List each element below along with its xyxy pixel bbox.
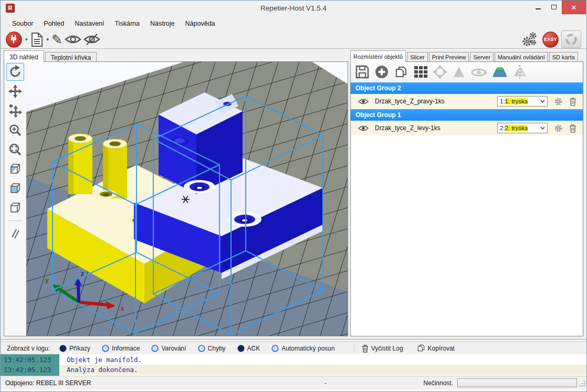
object-row[interactable]: Drzak_tyce_Z_pravy-1ks 1:1. tryska: [351, 94, 583, 109]
main-toolbar: ▾ ▾ ✎: [1, 30, 586, 49]
parallel-projection-button[interactable]: [6, 224, 24, 242]
toggle-label: Informace: [112, 345, 140, 352]
cut-object-icon: [492, 65, 508, 79]
tab-slicer[interactable]: Slicer: [407, 52, 428, 62]
isometric-view-button[interactable]: [6, 160, 24, 178]
log-filter-label: Zobrazit v logu:: [7, 345, 50, 352]
zoom-in-button[interactable]: [6, 121, 24, 139]
front-view-button[interactable]: [6, 179, 24, 197]
log-area: 13:42:05.123 Objekt je manifold. 13:42:0…: [1, 354, 586, 376]
autoposition-button[interactable]: [413, 65, 428, 79]
object-row[interactable]: Drzak_tyce_Z_levy-1ks 2:2. tryska: [351, 121, 583, 135]
toggle-ack[interactable]: ACK: [237, 345, 260, 352]
easy-mode-button[interactable]: EASY: [542, 31, 559, 48]
resize-grip-icon[interactable]: [579, 380, 585, 387]
fit-view-button[interactable]: [6, 141, 24, 158]
object-settings-button[interactable]: [554, 97, 563, 106]
zoom-in-icon: [8, 123, 22, 137]
isometric-view-icon: [8, 162, 22, 176]
printer-state: Nečinnost.: [423, 379, 453, 387]
show-filament-button[interactable]: [65, 34, 81, 45]
clear-log-label: Vyčistit Log: [371, 345, 403, 352]
hide-travel-button[interactable]: [83, 34, 100, 46]
object-delete-button[interactable]: [569, 97, 576, 106]
toggle-label: Automatický posun: [281, 345, 334, 352]
tab-teplotni-krivka[interactable]: Teplotní křivka: [45, 52, 97, 62]
minimize-button[interactable]: [530, 1, 546, 13]
extruder-select[interactable]: 2:2. tryska: [497, 123, 548, 133]
object-delete-button[interactable]: [569, 124, 576, 133]
copy-object-button[interactable]: [394, 65, 408, 79]
viewport-3d[interactable]: x y z: [26, 62, 348, 336]
toggle-automaticky-posun[interactable]: Automatický posun: [271, 345, 334, 352]
copy-log-label: Kopírovat: [428, 345, 455, 352]
printer-settings-button[interactable]: [521, 31, 538, 47]
tab-sd-karta[interactable]: SD karta: [549, 52, 578, 62]
tab-server[interactable]: Server: [470, 52, 493, 62]
gears-icon: [521, 31, 538, 47]
object-settings-button[interactable]: [554, 124, 563, 133]
menu-pohled[interactable]: Pohled: [38, 17, 69, 30]
object-group-header[interactable]: Object Group 2: [351, 82, 583, 94]
visibility-eye-icon[interactable]: [358, 98, 369, 105]
rotate-object-button[interactable]: [470, 65, 487, 79]
toggle-chyby[interactable]: Chyby: [198, 345, 226, 352]
toggle-dark-icon: [237, 345, 245, 352]
connect-dropdown-caret[interactable]: ▾: [25, 37, 28, 42]
rotate-view-icon: [8, 65, 22, 79]
gear-icon: [554, 97, 563, 106]
grid-icon: [413, 65, 428, 79]
add-icon: [374, 65, 389, 79]
object-group-header[interactable]: Object Group 1: [351, 109, 583, 121]
mirror-object-button[interactable]: [512, 65, 527, 79]
log-toolbar: Zobrazit v logu: Příkazy Informace Varov…: [1, 342, 586, 354]
axis-y-label: y: [45, 277, 49, 284]
extruder-prefix: 1:: [500, 98, 505, 104]
load-dropdown-caret[interactable]: ▾: [47, 37, 49, 42]
top-view-icon: [8, 201, 22, 215]
log-message: Objekt je manifold.: [59, 355, 142, 365]
gear-icon: [554, 124, 563, 133]
tab-print-preview[interactable]: Print Preview: [429, 52, 469, 62]
document-icon: [30, 32, 44, 47]
scale-object-button[interactable]: [452, 65, 466, 79]
maximize-button[interactable]: [546, 1, 562, 13]
copy-log-button[interactable]: Kopírovat: [417, 344, 455, 353]
menu-nastaveni[interactable]: Nastavení: [69, 17, 109, 30]
emergency-stop-button[interactable]: [561, 30, 581, 48]
load-button[interactable]: [30, 32, 44, 47]
save-button[interactable]: [355, 65, 370, 79]
edit-button[interactable]: ✎: [51, 33, 62, 46]
clear-log-button[interactable]: Vyčistit Log: [362, 344, 403, 353]
menu-soubor[interactable]: Soubor: [7, 17, 38, 30]
tab-manualni-ovladani[interactable]: Manuální ovládání: [495, 52, 548, 62]
menu-nastroje[interactable]: Nástroje: [145, 17, 180, 30]
toggle-light-icon: [271, 345, 279, 352]
tab-3d-nahled[interactable]: 3D náhled: [4, 50, 44, 62]
toggle-prikazy[interactable]: Příkazy: [59, 345, 90, 352]
log-time: 13:42:05.123: [1, 365, 59, 375]
connection-status: Odpojeno: REBEL III SERVER: [5, 379, 91, 387]
close-button[interactable]: ✕: [562, 1, 586, 14]
toggle-label: Varování: [161, 345, 186, 352]
progress-bar: [457, 378, 577, 387]
move-view-button[interactable]: [6, 82, 24, 100]
rotate-view-button[interactable]: [6, 63, 24, 81]
connect-button[interactable]: [6, 31, 22, 48]
menu-tiskarna[interactable]: Tiskárna: [110, 17, 145, 30]
cut-object-button[interactable]: [492, 65, 508, 79]
log-message: Analýza dokončena.: [59, 365, 138, 375]
visibility-eye-icon[interactable]: [358, 125, 369, 132]
toggle-varovani[interactable]: Varování: [151, 345, 186, 352]
menu-napoveda[interactable]: Nápověda: [180, 17, 221, 30]
scale-icon: [452, 65, 466, 79]
top-view-button[interactable]: [6, 199, 24, 217]
toggle-informace[interactable]: Informace: [102, 345, 140, 352]
toggle-light-icon: [102, 345, 109, 352]
center-object-button[interactable]: [433, 65, 447, 79]
tab-rozmisteni-objektu[interactable]: Rozmístění objektů: [350, 50, 406, 62]
add-object-button[interactable]: [374, 65, 389, 79]
move-viewpoint-button[interactable]: [6, 102, 24, 120]
extruder-select[interactable]: 1:1. tryska: [497, 96, 548, 107]
eye-off-icon: [83, 34, 100, 46]
